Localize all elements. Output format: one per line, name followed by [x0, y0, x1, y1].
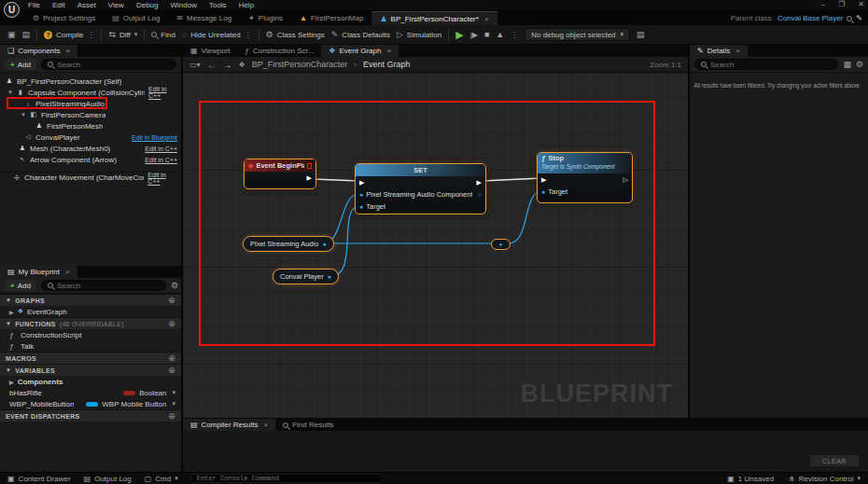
tab-firstpersonmap[interactable]: ▲ FirstPersonMap	[291, 11, 371, 25]
event-graph-tab[interactable]: ❖ Event Graph ×	[321, 45, 399, 57]
output-value-pin[interactable]: ○	[478, 191, 482, 198]
compile-button[interactable]: ? Compile ⋮	[44, 31, 94, 39]
node-get-pixel-streaming-audio[interactable]: Pixel Streaming Audio ●	[243, 236, 334, 252]
search-icon[interactable]	[847, 16, 852, 21]
revision-control-button[interactable]: ⋔ Revision Control ▾	[789, 475, 861, 483]
components-search[interactable]	[41, 59, 176, 70]
menu-help[interactable]: Help	[239, 1, 254, 9]
bookmark-icon[interactable]: ▭▾	[189, 61, 201, 69]
play-button[interactable]: ▶	[455, 29, 463, 41]
menu-asset[interactable]: Asset	[77, 1, 96, 9]
console-command-input[interactable]	[191, 474, 383, 483]
component-row-pixelstreamingaudio[interactable]: ♪ PixelStreamingAudio	[0, 98, 181, 109]
event-dispatchers-section-header[interactable]: EVENT DISPATCHERS ⊕	[0, 409, 181, 422]
class-defaults-button[interactable]: ✎ Class Defaults	[331, 30, 390, 39]
component-row-mesh[interactable]: ♟ Mesh (CharacterMesh0) Edit in C++	[0, 143, 181, 154]
close-button[interactable]: ✕	[858, 0, 864, 8]
eject-button[interactable]: ▲	[496, 30, 504, 39]
components-search-input[interactable]	[57, 61, 170, 69]
component-row-capsule[interactable]: ▼ ▮ Capsule Component (CollisionCylinder…	[0, 87, 181, 98]
stop-button[interactable]: ■	[484, 30, 489, 39]
details-search-input[interactable]	[710, 61, 832, 69]
save-icon[interactable]: ▣	[7, 30, 16, 39]
debug-browse-icon[interactable]: ▤	[637, 30, 645, 39]
cmd-dropdown[interactable]: ▢ Cmd ▾	[145, 475, 178, 483]
node-event-beginplay[interactable]: ◆ Event BeginPlay ▶	[244, 159, 316, 189]
edit-in-cpp-link[interactable]: Edit in C++	[145, 145, 177, 152]
node-set-pixel-streaming-audio-component[interactable]: SET ▶ ▶ ● Pixel Streaming Audio Componen…	[355, 163, 486, 214]
close-icon[interactable]: ×	[65, 268, 70, 276]
minimize-button[interactable]: –	[821, 0, 825, 8]
tab-plugins[interactable]: ✦ Plugins	[240, 11, 291, 25]
debug-object-dropdown[interactable]: No debug object selected ▾	[525, 28, 630, 41]
back-icon[interactable]: ←	[207, 60, 217, 70]
forward-icon[interactable]: →	[223, 60, 232, 70]
components-category-row[interactable]: ▶ Components	[0, 376, 181, 387]
my-blueprint-search[interactable]	[41, 280, 166, 291]
add-function-icon[interactable]: ⊕	[168, 319, 175, 328]
menu-file[interactable]: File	[28, 1, 40, 9]
class-settings-button[interactable]: ⚙ Class Settings	[266, 30, 325, 39]
tab-message-log[interactable]: ✉ Message Log	[168, 11, 240, 25]
simulation-button[interactable]: ▷ Simulation	[397, 30, 441, 39]
target-pin[interactable]: ●	[359, 203, 363, 210]
object-pin[interactable]: ●	[359, 191, 363, 198]
frame-skip-button[interactable]: |▶	[470, 31, 478, 39]
tab-bp-firstpersoncharacter[interactable]: ♟ BP_FirstPersonCharacter* ×	[371, 11, 497, 25]
tab-project-settings[interactable]: ⚙ Project Settings	[24, 11, 104, 25]
functions-section-header[interactable]: ▼ FUNCTIONS (48 OVERRIDABLE) ⊕	[0, 317, 181, 329]
browse-icon[interactable]: ▤	[22, 30, 31, 39]
output-pin[interactable]: ●	[328, 273, 331, 280]
add-blueprint-item-button[interactable]: + Add	[5, 280, 36, 291]
menu-edit[interactable]: Edit	[52, 1, 65, 9]
constructionscript-item[interactable]: ƒ ConstructionScript	[0, 329, 181, 340]
event-graph-canvas[interactable]: BLUEPRINT ◆ Event BeginPlay ▶ SET	[183, 73, 688, 418]
play-options-icon[interactable]: ⋮	[511, 31, 518, 39]
add-dispatcher-icon[interactable]: ⊕	[168, 411, 175, 421]
close-icon[interactable]: ×	[386, 47, 391, 55]
graphs-section-header[interactable]: ▼ GRAPHS ⊕	[0, 294, 181, 306]
component-row-arrow[interactable]: ↖ Arrow Component (Arrow) Edit in C++	[0, 154, 181, 165]
edit-in-cpp-link[interactable]: Edit in C++	[145, 157, 177, 163]
macros-section-header[interactable]: MACROS ⊕	[0, 352, 181, 364]
node-get-convai-player[interactable]: Convai Player ●	[273, 269, 339, 284]
hide-unrelated-button[interactable]: ◌ Hide Unrelated ⋮	[182, 30, 252, 39]
display-filter-icon[interactable]: ▦	[843, 60, 851, 69]
variables-section-header[interactable]: ▼ VARIABLES ⊕	[0, 364, 181, 376]
close-tab-icon[interactable]: ×	[484, 15, 489, 23]
exec-out-pin[interactable]: ▶	[477, 179, 482, 187]
diff-button[interactable]: ⇆ Diff ▾	[108, 30, 137, 39]
exec-in-pin[interactable]: ▶	[359, 179, 364, 187]
my-blueprint-search-input[interactable]	[57, 282, 160, 290]
add-component-button[interactable]: + Add	[5, 59, 36, 70]
reroute-node[interactable]: ●	[491, 239, 511, 250]
close-icon[interactable]: ×	[263, 421, 268, 429]
close-icon[interactable]: ×	[66, 47, 71, 55]
exec-in-pin[interactable]: ▶	[541, 176, 546, 184]
menu-window[interactable]: Window	[170, 1, 196, 9]
add-macro-icon[interactable]: ⊕	[168, 353, 175, 363]
target-pin[interactable]: ●	[541, 188, 545, 195]
add-graph-icon[interactable]: ⊕	[168, 296, 175, 305]
edit-icon[interactable]: ✎	[856, 14, 862, 22]
edit-in-blueprint-link[interactable]: Edit in Blueprint	[132, 134, 177, 141]
compiler-results-tab[interactable]: ▤ Compiler Results ×	[183, 419, 275, 431]
unsaved-indicator[interactable]: ▣ 1 Unsaved	[727, 475, 774, 483]
add-variable-icon[interactable]: ⊕	[168, 366, 175, 375]
node-stop[interactable]: ƒ Stop Target is Synth Component ▶ ▷ ● T…	[537, 152, 633, 203]
output-pin[interactable]: ●	[322, 241, 326, 247]
find-button[interactable]: Find	[151, 31, 175, 39]
components-tab[interactable]: ❏ Components ×	[0, 45, 77, 57]
expander-icon[interactable]: ▶	[9, 379, 14, 385]
variable-row-wbp-mobilebutton[interactable]: WBP_MobileButton WBP Mobile Button ▾	[0, 398, 181, 409]
menu-debug[interactable]: Debug	[136, 1, 159, 9]
compile-options-icon[interactable]: ⋮	[87, 31, 94, 39]
expander-icon[interactable]: ▶	[9, 309, 14, 315]
menu-view[interactable]: View	[108, 1, 124, 9]
eventgraph-item[interactable]: ▶ ❖ EventGraph	[0, 306, 181, 317]
tab-output-log[interactable]: ▤ Output Log	[104, 11, 168, 25]
talk-item[interactable]: ƒ Talk	[0, 340, 181, 352]
menu-tools[interactable]: Tools	[209, 1, 227, 9]
construction-script-tab[interactable]: ƒ Construction Scr...	[238, 45, 322, 57]
chevron-down-icon[interactable]: ▾	[172, 389, 175, 396]
